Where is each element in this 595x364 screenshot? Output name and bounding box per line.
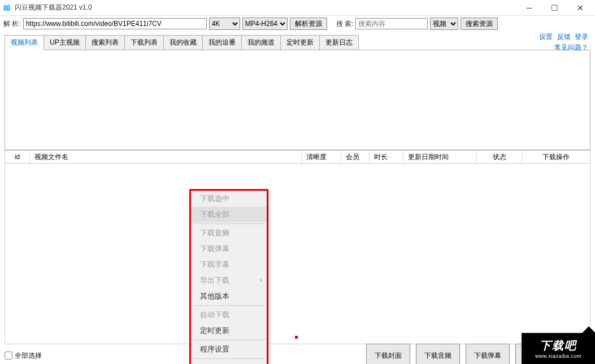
- svg-line-4: [8, 4, 9, 6]
- quality-select[interactable]: 4K: [209, 17, 240, 30]
- menu-auto-download[interactable]: 自动下载: [191, 307, 267, 323]
- svg-rect-0: [3, 6, 10, 11]
- th-quality[interactable]: 清晰度: [302, 151, 341, 163]
- window-controls: ─ ☐ ✕: [516, 0, 593, 16]
- tab-search-list[interactable]: 搜索列表: [85, 35, 125, 50]
- red-marker: [295, 336, 298, 339]
- video-table: id 视频文件名 清晰度 会员 时长 更新日期时间 状态 下载操作 下载选中 下…: [5, 150, 590, 344]
- menu-download-audio[interactable]: 下载音频: [191, 225, 267, 241]
- feedback-link[interactable]: 反馈: [557, 33, 571, 41]
- menu-other-versions[interactable]: 其他版本: [191, 288, 267, 304]
- download-danmu-button[interactable]: 下载弹幕: [466, 344, 510, 364]
- search-button[interactable]: 搜索资源: [461, 17, 498, 30]
- tab-favorites[interactable]: 我的收藏: [163, 35, 203, 50]
- menu-download-subtitle[interactable]: 下载字幕: [191, 257, 267, 273]
- menu-schedule-update[interactable]: 定时更新: [191, 323, 267, 339]
- watermark-url: www.xiazaiba.com: [535, 353, 581, 359]
- faq-link[interactable]: 常见问题？: [554, 43, 588, 51]
- format-select[interactable]: MP4-H264: [242, 17, 288, 30]
- watermark: 下载吧 www.xiazaiba.com: [522, 333, 595, 364]
- titlebar: 闪豆视频下载器2021 v1.0 ─ ☐ ✕: [0, 0, 595, 16]
- tab-bangumi[interactable]: 我的追番: [202, 35, 242, 50]
- search-input[interactable]: [355, 18, 428, 29]
- search-label: 搜 索:: [336, 19, 354, 29]
- svg-line-3: [5, 4, 6, 6]
- preview-area: [5, 50, 590, 150]
- menu-separator: [193, 340, 264, 340]
- watermark-text: 下载吧: [540, 338, 577, 353]
- bottom-bar: 全部选择 下载封面 下载音频 下载弹幕 下载字幕 下载: [0, 348, 595, 363]
- login-link[interactable]: 登录: [575, 33, 588, 41]
- menu-separator: [193, 305, 264, 306]
- th-id[interactable]: id: [5, 151, 30, 163]
- table-body[interactable]: 下载选中 下载全部 下载音频 下载弹幕 下载字幕 导出下载› 其他版本 自动下载…: [5, 164, 590, 344]
- th-status[interactable]: 状态: [477, 151, 522, 163]
- settings-link[interactable]: 设置: [539, 33, 553, 41]
- th-vip[interactable]: 会员: [341, 151, 370, 163]
- app-title: 闪豆视频下载器2021 v1.0: [15, 3, 516, 12]
- menu-download-danmu[interactable]: 下载弹幕: [191, 241, 267, 257]
- maximize-button[interactable]: ☐: [542, 0, 567, 16]
- th-action[interactable]: 下载操作: [522, 151, 590, 163]
- top-links: 设置 反馈 登录 常见问题？: [537, 32, 588, 53]
- menu-download-selected[interactable]: 下载选中: [191, 191, 267, 207]
- tab-bar: 视频列表 UP主视频 搜索列表 下载列表 我的收藏 我的追番 我的频道 定时更新…: [0, 32, 595, 50]
- chevron-right-icon: ›: [260, 275, 262, 284]
- download-cover-button[interactable]: 下载封面: [366, 344, 410, 364]
- minimize-button[interactable]: ─: [516, 0, 542, 16]
- toolbar: 解 析: 4K MP4-H264 解析资源 搜 索: 视频 搜索资源: [0, 16, 595, 32]
- search-type-select[interactable]: 视频: [430, 17, 458, 30]
- app-icon: [2, 3, 11, 12]
- th-name[interactable]: 视频文件名: [30, 151, 302, 163]
- table-header: id 视频文件名 清晰度 会员 时长 更新日期时间 状态 下载操作: [5, 150, 590, 164]
- url-input[interactable]: [23, 18, 207, 29]
- tab-download-list[interactable]: 下载列表: [124, 35, 164, 50]
- menu-separator: [193, 223, 264, 224]
- tab-schedule[interactable]: 定时更新: [280, 35, 320, 50]
- select-all-checkbox[interactable]: 全部选择: [5, 351, 42, 361]
- th-date[interactable]: 更新日期时间: [403, 151, 477, 163]
- th-duration[interactable]: 时长: [370, 151, 403, 163]
- select-all-label: 全部选择: [15, 351, 42, 361]
- tab-changelog[interactable]: 更新日志: [319, 35, 359, 50]
- svg-point-1: [5, 7, 6, 8]
- context-menu: 下载选中 下载全部 下载音频 下载弹幕 下载字幕 导出下载› 其他版本 自动下载…: [189, 189, 268, 364]
- tab-channel[interactable]: 我的频道: [241, 35, 281, 50]
- menu-export-download[interactable]: 导出下载›: [191, 273, 267, 288]
- download-audio-button[interactable]: 下载音频: [416, 344, 460, 364]
- parse-button[interactable]: 解析资源: [290, 17, 327, 30]
- parse-label: 解 析:: [3, 19, 21, 29]
- tab-up-videos[interactable]: UP主视频: [44, 35, 86, 50]
- svg-point-2: [8, 7, 9, 8]
- select-all-input[interactable]: [5, 352, 12, 359]
- tab-video-list[interactable]: 视频列表: [5, 35, 44, 50]
- close-button[interactable]: ✕: [567, 0, 593, 16]
- menu-download-all[interactable]: 下载全部: [191, 207, 267, 222]
